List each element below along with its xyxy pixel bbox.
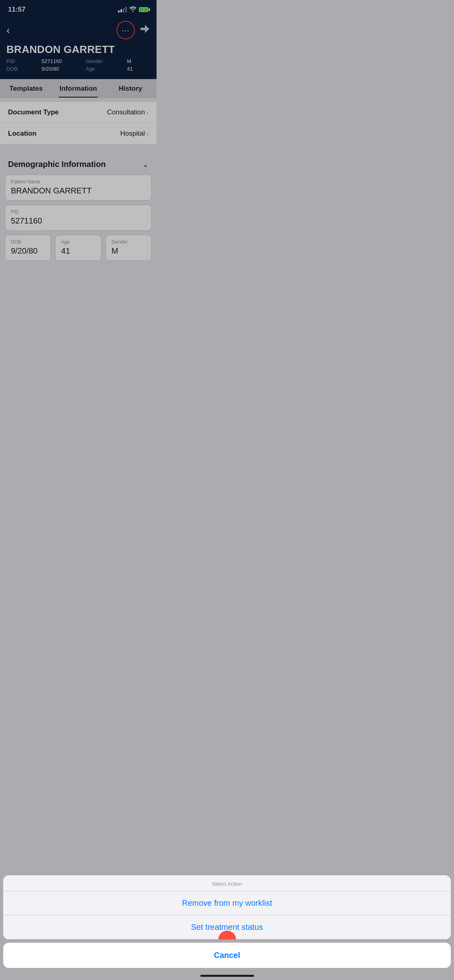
sheet-overlay[interactable] — [0, 0, 157, 339]
